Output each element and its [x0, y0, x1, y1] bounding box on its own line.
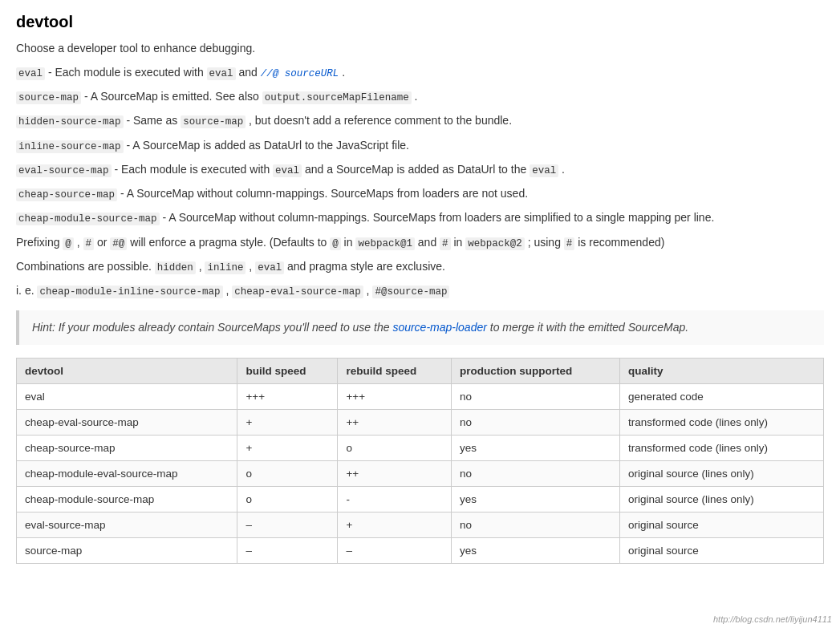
eval-source-map-eval-code: eval — [273, 164, 302, 177]
pragma-at-code: @ — [63, 237, 74, 250]
pragma-in-text2: in — [453, 236, 465, 249]
eval-text: - Each module is executed with — [48, 66, 207, 79]
table-cell-4-3: yes — [452, 486, 620, 512]
table-cell-2-4: transformed code (lines only) — [619, 435, 823, 460]
source-map-loader-link[interactable]: source-map-loader — [392, 321, 487, 334]
hint-text1: Hint: If your modules already contain So… — [32, 321, 392, 334]
col-build-speed: build speed — [237, 358, 338, 383]
hint-text2: to merge it with the emitted SourceMap. — [490, 321, 688, 334]
table-cell-6-1: – — [237, 537, 338, 563]
source-map-text2: . — [415, 90, 418, 103]
table-cell-0-1: +++ — [237, 383, 338, 409]
example-line: i. e. cheap-module-inline-source-map , c… — [16, 282, 824, 301]
table-cell-4-4: original source (lines only) — [619, 486, 823, 512]
table-cell-3-1: o — [237, 460, 338, 486]
table-cell-3-4: original source (lines only) — [619, 460, 823, 486]
col-rebuild-speed: rebuild speed — [338, 358, 452, 383]
cheap-source-map-description: cheap-source-map - A SourceMap without c… — [16, 184, 824, 204]
table-cell-4-0: cheap-module-source-map — [17, 486, 237, 512]
table-cell-3-2: ++ — [338, 460, 452, 486]
combinations-text: Combinations are possible. — [16, 260, 155, 273]
source-url-code: //@ sourceURL — [261, 68, 339, 79]
source-map-code: source-map — [16, 91, 81, 104]
exclusive-text: and pragma style are exclusive. — [287, 260, 445, 273]
eval-code3: eval — [255, 261, 284, 274]
inline-source-map-code: inline-source-map — [16, 140, 124, 153]
table-cell-1-2: ++ — [338, 409, 452, 435]
cheap-module-source-map-text: - A SourceMap without column-mappings. S… — [162, 211, 714, 224]
page-title: devtool — [16, 13, 824, 31]
table-row: cheap-module-source-mapo-yesoriginal sou… — [17, 486, 824, 512]
pragma-line1: Prefixing @ , # or #@ will enforce a pra… — [16, 233, 824, 253]
inline-source-map-description: inline-source-map - A SourceMap is added… — [16, 136, 824, 156]
example-code2: cheap-eval-source-map — [232, 286, 363, 298]
hidden-source-map-text2: , but doesn't add a reference comment to… — [249, 114, 512, 127]
table-cell-2-2: o — [338, 435, 452, 460]
table-cell-1-1: + — [237, 409, 338, 435]
table-cell-4-2: - — [338, 486, 452, 512]
table-cell-4-1: o — [237, 486, 338, 512]
table-row: cheap-module-eval-source-mapo++noorigina… — [17, 460, 824, 486]
table-cell-5-2: + — [338, 512, 452, 537]
table-cell-0-0: eval — [17, 383, 237, 409]
inline-source-map-text: - A SourceMap is added as DataUrl to the… — [126, 139, 409, 152]
hidden-code: hidden — [155, 261, 196, 274]
table-cell-1-4: transformed code (lines only) — [619, 409, 823, 435]
cheap-module-source-map-description: cheap-module-source-map - A SourceMap wi… — [16, 209, 824, 228]
hint-box: Hint: If your modules already contain So… — [16, 310, 824, 344]
table-row: cheap-source-map+oyestransformed code (l… — [17, 435, 824, 460]
ie-text: i. e. — [16, 284, 37, 297]
eval-source-map-eval-code2: eval — [530, 164, 558, 177]
table-cell-1-0: cheap-eval-source-map — [17, 409, 237, 435]
eval-source-map-description: eval-source-map - Each module is execute… — [16, 160, 824, 180]
col-production-supported: production supported — [452, 358, 620, 383]
pragma-at-code2: @ — [330, 237, 341, 250]
intro-text: Choose a developer tool to enhance debug… — [16, 39, 824, 59]
table-row: eval++++++nogenerated code — [17, 383, 824, 409]
table-cell-3-0: cheap-module-eval-source-map — [17, 460, 237, 486]
table-cell-6-4: original source — [619, 537, 823, 563]
table-cell-0-2: +++ — [338, 383, 452, 409]
table-cell-5-1: – — [237, 512, 338, 537]
table-row: source-map––yesoriginal source — [17, 537, 824, 563]
table-cell-0-4: generated code — [619, 383, 823, 409]
comma3: , — [249, 260, 255, 273]
pragma-in-text: in — [344, 236, 356, 249]
pragma-hash-at-code: #@ — [110, 237, 127, 250]
table-row: eval-source-map–+nooriginal source — [17, 512, 824, 537]
pragma-recommended-text: is recommended) — [578, 236, 664, 249]
cheap-source-map-text: - A SourceMap without column-mappings. S… — [120, 187, 528, 200]
eval-text2: and — [238, 66, 260, 79]
example-code1: cheap-module-inline-source-map — [37, 286, 222, 298]
table-cell-6-3: yes — [452, 537, 620, 563]
source-map-description: source-map - A SourceMap is emitted. See… — [16, 87, 824, 107]
table-cell-6-2: – — [338, 537, 452, 563]
webpack1-code: webpack@1 — [355, 237, 415, 250]
pragma-hash-code2: # — [440, 237, 451, 250]
cheap-module-source-map-code: cheap-module-source-map — [16, 213, 160, 225]
eval-source-map-code: eval-source-map — [16, 164, 112, 177]
table-row: cheap-eval-source-map+++notransformed co… — [17, 409, 824, 435]
table-cell-5-3: no — [452, 512, 620, 537]
webpack2-code: webpack@2 — [465, 237, 525, 250]
hidden-source-map-code: hidden-source-map — [16, 115, 124, 128]
pragma-comma1: , — [77, 236, 83, 249]
eval-code: eval — [16, 67, 45, 80]
table-cell-6-0: source-map — [17, 537, 237, 563]
table-cell-3-3: no — [452, 460, 620, 486]
table-cell-1-3: no — [452, 409, 620, 435]
cheap-source-map-code: cheap-source-map — [16, 188, 117, 201]
source-map-text: - A SourceMap is emitted. See also — [84, 90, 262, 103]
pragma-and-text: and — [418, 236, 440, 249]
pragma-hash-code: # — [83, 237, 95, 250]
output-sourcemap-code: output.sourceMapFilename — [262, 91, 412, 104]
table-cell-2-3: yes — [452, 435, 620, 460]
table-header-row: devtool build speed rebuild speed produc… — [17, 358, 824, 383]
devtool-table: devtool build speed rebuild speed produc… — [16, 358, 824, 564]
hidden-source-map-description: hidden-source-map - Same as source-map ,… — [16, 111, 824, 131]
hidden-source-map-text: - Same as — [126, 114, 181, 127]
eval-code2: eval — [207, 67, 236, 80]
inline-code: inline — [205, 261, 246, 274]
table-cell-2-0: cheap-source-map — [17, 435, 237, 460]
eval-source-map-text: - Each module is executed with — [114, 163, 273, 176]
